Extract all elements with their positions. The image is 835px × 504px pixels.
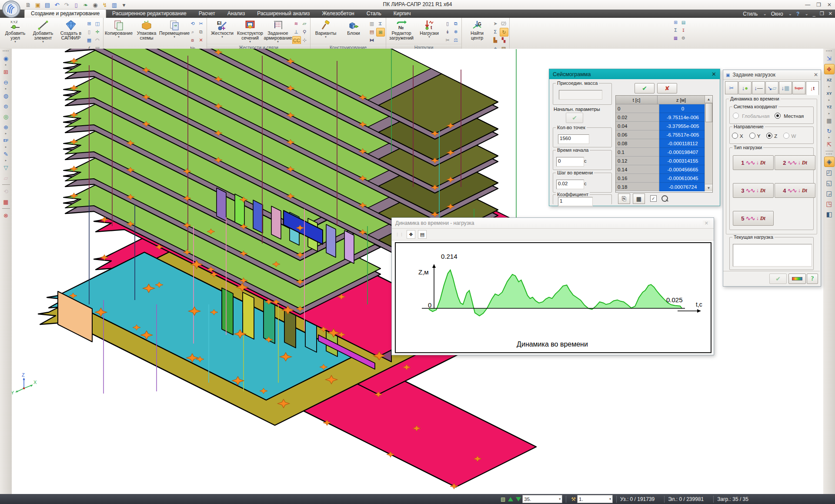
target-icon[interactable]: ◎ <box>1 112 11 121</box>
next-load-icon[interactable] <box>516 497 521 501</box>
attached-mass-field[interactable] <box>559 90 602 100</box>
mdi-minimize[interactable]: _ <box>813 11 815 17</box>
pressure-icon[interactable]: ▯ <box>444 20 451 27</box>
close-button[interactable]: ✕ <box>827 2 832 8</box>
view-iso-icon[interactable]: ◈ <box>824 157 835 167</box>
table-checkbox[interactable]: ✓ <box>650 195 657 202</box>
load-panel-title-bar[interactable]: ▣ Задание нагрузок ✕ <box>723 70 821 80</box>
table-row[interactable]: 0.06-6.75517e-005 <box>616 130 712 139</box>
nodes-grid-icon[interactable]: ⊞ <box>1 67 11 77</box>
flyout-arrow[interactable]: ▸ <box>5 87 7 90</box>
start-time-field[interactable]: 0 <box>556 157 584 167</box>
rotate-icon[interactable]: ⟲ <box>189 20 197 27</box>
stripes-vertical-icon[interactable]: ◍ <box>1 91 11 100</box>
load-type-button-5[interactable]: 5∿∿↓Dt <box>733 211 774 226</box>
bar-load-tab-icon[interactable]: ↓— <box>752 81 765 94</box>
ribbon-button-перемещение[interactable]: Перемещение▾ <box>161 19 188 52</box>
edit-table-icon[interactable]: ▦ <box>633 194 645 204</box>
grid-plane-icon[interactable]: ▦ <box>825 116 834 125</box>
seismogram-cancel-button[interactable]: ✘ <box>657 83 677 93</box>
scissors-icon[interactable]: ✂ <box>197 20 205 27</box>
flyout-arrow[interactable]: ▸ <box>828 136 830 139</box>
move-node-icon[interactable]: ✛ <box>94 28 101 36</box>
apply-button[interactable]: ✔ <box>769 274 787 284</box>
stiff-node-icon[interactable]: ⊹ <box>301 36 308 44</box>
ribbon-button-найти-центр[interactable]: GНайти центр <box>464 19 491 52</box>
mosaic-icon[interactable]: ▚ <box>500 36 508 44</box>
load-type-button-1[interactable]: 1∿∿↓Dt <box>733 155 774 170</box>
paste-icon[interactable]: ⎘ <box>618 194 630 204</box>
flyout-arrow[interactable]: ▸ <box>5 132 7 135</box>
seismogram-close-icon[interactable]: ✕ <box>711 71 716 77</box>
toolbar-grip[interactable]: •••• <box>3 50 9 53</box>
mirror-icon[interactable]: ⧉ <box>197 28 205 36</box>
toolbar-grip[interactable]: •••• <box>826 50 832 53</box>
dynamics-load-tab-icon[interactable]: ↓t <box>806 81 819 95</box>
preview-magnifier-icon[interactable] <box>661 195 668 202</box>
ribbon-button-блоки[interactable]: Блоки <box>340 19 367 44</box>
flyout-arrow[interactable]: ▸ <box>828 99 830 102</box>
radio-global[interactable] <box>733 113 739 119</box>
rotate-load-icon[interactable]: ↻ <box>500 28 508 37</box>
table-row[interactable]: 0.16-0.000610045 <box>616 174 712 183</box>
stripes-horizontal-icon[interactable]: ⊜ <box>1 101 11 111</box>
radio-direction-y[interactable] <box>749 133 755 139</box>
radio-direction-w[interactable] <box>783 133 789 139</box>
flyout-arrow[interactable]: ▸ <box>828 112 830 115</box>
tab-расчет[interactable]: Расчет <box>193 10 221 18</box>
concrete-icon[interactable]: ▥ <box>368 20 376 27</box>
ribbon-button-заданное-армирование[interactable]: Заданное армирование▾ <box>264 19 291 44</box>
tab-кирпич[interactable]: Кирпич <box>387 10 417 18</box>
sum-icon[interactable]: Σ <box>491 28 499 36</box>
building-icon[interactable]: ▦ <box>85 36 93 44</box>
dock-load-icon[interactable]: ↧ <box>680 27 687 33</box>
coefficient-field[interactable]: 1 <box>558 197 593 206</box>
mdi-close[interactable]: ✕ <box>828 11 832 17</box>
status-hammer-icon[interactable]: ⚒ <box>571 496 576 502</box>
menu-style[interactable]: Стиль <box>743 11 758 17</box>
view-side-icon[interactable]: ◲ <box>825 189 834 198</box>
lock-off-icon[interactable]: ⟲ <box>1 187 11 196</box>
axes-current-icon[interactable]: ✥ <box>824 64 835 74</box>
menu-help[interactable]: ? <box>796 11 799 17</box>
solid-load-tab-icon[interactable]: ↓▦ <box>779 81 792 94</box>
ribbon-button-копирование[interactable]: Копирование▾ <box>105 19 132 52</box>
frame-off-icon[interactable]: ▱ <box>1 173 11 183</box>
pile-icon[interactable]: ⚲ <box>301 28 308 36</box>
strip-load-icon[interactable]: ↡ <box>444 28 451 36</box>
flyout-arrow[interactable]: ▸ <box>5 159 7 162</box>
delete-icon[interactable]: ✕ <box>197 36 205 44</box>
palette-button[interactable] <box>788 274 806 284</box>
super-load-tab-icon[interactable]: Super <box>792 81 805 94</box>
plate-load-tab-icon[interactable]: ↘▱ <box>765 81 778 94</box>
filter-icon[interactable]: ▽ <box>1 163 11 172</box>
chart-print-icon[interactable]: ❖ <box>407 230 415 239</box>
mesh-sphere-icon[interactable]: ⊕ <box>1 122 11 132</box>
restore-button[interactable]: ❒ <box>816 2 821 8</box>
chart-window-title-bar[interactable]: Динамика во времени - нагрузка ✕ <box>392 218 714 229</box>
seismogram-title-bar[interactable]: Сейсмограмма ✕ <box>549 69 720 79</box>
dome-icon[interactable]: ◠ <box>94 36 101 44</box>
ribbon-button-нагрузки[interactable]: tНагрузки▾ <box>416 19 443 44</box>
view-back-icon[interactable]: ◳ <box>825 199 834 209</box>
cut-loads-icon[interactable]: ✂ <box>444 36 451 44</box>
load-panel-close-icon[interactable]: ✕ <box>814 72 818 78</box>
render-icon[interactable]: ▦ <box>1 197 11 207</box>
minimize-button[interactable]: — <box>805 2 810 8</box>
axes-free-icon[interactable]: ⇲ <box>825 53 834 63</box>
flyout-arrow[interactable]: ▸ <box>5 63 7 67</box>
brick-icon[interactable]: ▤ <box>368 28 376 36</box>
zoom-cancel-icon[interactable]: ⊗ <box>1 210 11 220</box>
load-case-combo[interactable]: 35.▾ <box>522 495 562 503</box>
menu-window[interactable]: Окно <box>771 11 783 17</box>
flyout-arrow[interactable]: ▸ <box>5 146 7 149</box>
current-load-field[interactable] <box>733 244 812 267</box>
dock-sum-icon[interactable]: Σ <box>672 27 679 33</box>
ribbon-button-редактор-загружений[interactable]: №Редактор загружений <box>388 19 415 44</box>
ibeam-icon[interactable]: Ɪ <box>376 20 384 27</box>
rotate-z-icon[interactable]: ↻ <box>825 126 834 136</box>
tab-расширенный-анализ[interactable]: Расширенный анализ <box>251 10 316 18</box>
initial-params-button[interactable]: ✔ <box>566 113 583 123</box>
numbering-icon[interactable]: ⑵ <box>500 20 508 27</box>
table-header-t[interactable]: t [c] <box>616 96 658 104</box>
